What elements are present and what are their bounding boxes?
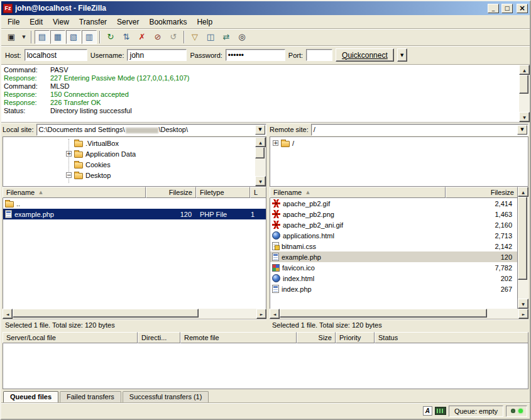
scroll-thumb[interactable] (280, 309, 487, 318)
scroll-thumb[interactable] (518, 197, 527, 280)
speed-limits-icon[interactable] (435, 407, 446, 415)
remote-vertical-scrollbar[interactable]: ▲ ▼ (518, 187, 528, 309)
file-row[interactable]: apache_pb2.png1,463 (270, 209, 517, 219)
toggle-remote-tree-button[interactable]: ▧ (66, 30, 81, 44)
menu-bookmarks[interactable]: Bookmarks (144, 16, 192, 28)
site-manager-button[interactable]: ▣ (4, 30, 19, 44)
local-site-combo[interactable]: C:\Documents and Settings\\Desktop\ ▼ (36, 124, 266, 136)
process-queue-button[interactable]: ⇅ (119, 30, 134, 44)
transfer-type-indicator[interactable]: A (423, 406, 432, 416)
column-remote-file[interactable]: Remote file (180, 332, 297, 343)
file-row[interactable]: applications.html2,713 (270, 230, 517, 241)
scroll-left-button[interactable]: ◄ (3, 309, 13, 319)
remote-site-combo[interactable]: / ▼ (311, 124, 528, 136)
tree-expander-icon[interactable]: + (273, 140, 278, 146)
transfer-queue-list[interactable] (3, 343, 528, 389)
file-row[interactable]: index.php267 (270, 284, 517, 294)
username-input[interactable] (127, 49, 187, 61)
scroll-track[interactable] (518, 197, 528, 299)
refresh-button[interactable]: ↻ (103, 30, 118, 44)
tree-expander-icon[interactable]: − (66, 172, 72, 178)
tree-item-root[interactable]: +/ (270, 138, 528, 148)
scroll-down-button[interactable]: ▼ (519, 112, 530, 122)
cancel-button[interactable]: ✗ (134, 30, 150, 44)
column-direction[interactable]: Directi... (138, 332, 180, 343)
column-filename[interactable]: Filename▲ (270, 187, 446, 198)
scroll-up-button[interactable]: ▲ (518, 187, 528, 197)
close-button[interactable]: × (517, 4, 528, 13)
minimize-button[interactable]: _ (488, 4, 499, 13)
titlebar[interactable]: Fz john@localhost - FileZilla _ □ × (1, 1, 530, 15)
password-input[interactable] (226, 49, 285, 61)
local-site-dropdown[interactable]: ▼ (255, 125, 265, 135)
file-row[interactable]: apache_pb2_ani.gif2,160 (270, 219, 517, 230)
file-row-example-php[interactable]: example.php120 (270, 251, 517, 262)
column-server-local-file[interactable]: Server/Local file (3, 332, 138, 343)
column-filesize[interactable]: Filesize (146, 187, 196, 198)
remote-file-list[interactable]: apache_pb2.gif2,414 apache_pb2.png1,463 … (270, 198, 518, 309)
filter-button[interactable]: ▽ (187, 30, 202, 44)
tab-failed-transfers[interactable]: Failed transfers (60, 391, 121, 402)
scroll-track[interactable] (13, 309, 256, 319)
scroll-down-button[interactable]: ▼ (518, 299, 528, 309)
scroll-right-button[interactable]: ► (518, 309, 528, 319)
tab-successful-transfers[interactable]: Successful transfers (1) (123, 391, 209, 402)
scroll-down-button[interactable]: ▼ (255, 176, 266, 186)
maximize-button[interactable]: □ (501, 4, 513, 13)
column-size[interactable]: Size (297, 332, 336, 343)
menu-help[interactable]: Help (192, 16, 217, 28)
tree-item-virtualbox[interactable]: .VirtualBox (3, 138, 255, 148)
synchronized-browsing-button[interactable]: ⇄ (219, 30, 234, 44)
reconnect-button[interactable]: ↺ (166, 30, 181, 44)
disconnect-button[interactable]: ⊘ (150, 30, 165, 44)
scroll-up-button[interactable]: ▲ (255, 137, 266, 147)
host-input[interactable] (25, 49, 87, 61)
column-filesize[interactable]: Filesize (446, 187, 518, 198)
scroll-up-button[interactable]: ▲ (519, 65, 530, 75)
local-file-list[interactable]: .. example.php 120 PHP File 1 (3, 198, 266, 309)
file-row[interactable]: index.html202 (270, 273, 517, 284)
column-filetype[interactable]: Filetype (196, 187, 250, 198)
scroll-track[interactable] (280, 309, 518, 319)
tab-queued-files[interactable]: Queued files (3, 391, 58, 402)
port-input[interactable] (306, 49, 332, 61)
scroll-right-button[interactable]: ► (256, 309, 266, 319)
file-row[interactable]: bitnami.css2,142 (270, 241, 517, 251)
scroll-thumb[interactable] (255, 147, 265, 158)
tree-expander-icon[interactable]: + (66, 151, 72, 157)
site-manager-dropdown-button[interactable]: ▼ (19, 30, 28, 44)
find-files-button[interactable]: ◎ (234, 30, 249, 44)
scroll-thumb[interactable] (13, 309, 199, 318)
menu-server[interactable]: Server (112, 16, 144, 28)
quickconnect-button[interactable]: Quickconnect (336, 48, 394, 62)
scroll-track[interactable] (519, 75, 530, 112)
compare-directories-button[interactable]: ◫ (203, 30, 218, 44)
scroll-thumb[interactable] (519, 75, 528, 94)
log-vertical-scrollbar[interactable]: ▲ ▼ (519, 65, 530, 122)
tree-item-desktop[interactable]: −Desktop (3, 170, 255, 180)
column-priority[interactable]: Priority (336, 332, 375, 343)
remote-site-dropdown[interactable]: ▼ (517, 125, 527, 135)
column-status[interactable]: Status (375, 332, 528, 343)
tree-item-application-data[interactable]: +Application Data (3, 148, 255, 159)
quickconnect-dropdown-button[interactable]: ▼ (397, 48, 407, 62)
file-row[interactable]: apache_pb2.gif2,414 (270, 198, 517, 209)
menu-edit[interactable]: Edit (25, 16, 48, 28)
file-row[interactable]: favicon.ico7,782 (270, 262, 517, 273)
remote-horizontal-scrollbar[interactable]: ◄ ► (270, 309, 528, 319)
file-row-parent-dir[interactable]: .. (3, 198, 266, 209)
toggle-message-log-button[interactable]: ▤ (35, 30, 50, 44)
column-last-modified[interactable]: L (250, 187, 266, 198)
toggle-local-tree-button[interactable]: ▦ (50, 30, 65, 44)
file-row-example-php[interactable]: example.php 120 PHP File 1 (3, 209, 266, 219)
menu-transfer[interactable]: Transfer (74, 16, 112, 28)
menu-view[interactable]: View (48, 16, 74, 28)
tree-item-cookies[interactable]: Cookies (3, 159, 255, 170)
scroll-track[interactable] (255, 147, 266, 176)
local-tree-scrollbar[interactable]: ▲ ▼ (255, 137, 266, 186)
local-horizontal-scrollbar[interactable]: ◄ ► (3, 309, 266, 319)
toggle-transfer-queue-button[interactable]: ▥ (82, 30, 97, 44)
scroll-left-button[interactable]: ◄ (270, 309, 280, 319)
column-filename[interactable]: Filename▲ (3, 187, 146, 198)
menu-file[interactable]: File (3, 16, 25, 28)
